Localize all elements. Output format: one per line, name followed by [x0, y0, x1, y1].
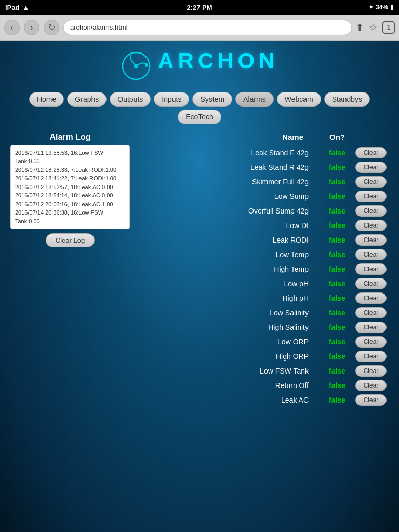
clear-btn-17[interactable]: Clear — [355, 394, 387, 406]
alarm-status-5: false — [319, 221, 355, 230]
clear-btn-13[interactable]: Clear — [355, 336, 387, 348]
alarm-status-14: false — [319, 352, 355, 361]
table-row: High Salinity false Clear — [140, 320, 389, 335]
table-row: Low Sump false Clear — [140, 189, 389, 204]
clear-log-button[interactable]: Clear Log — [46, 233, 95, 247]
alarm-status-9: false — [319, 280, 355, 288]
alarm-name-7: Low Temp — [142, 250, 319, 259]
alarm-status-11: false — [319, 309, 355, 317]
clear-btn-14[interactable]: Clear — [355, 351, 387, 362]
clear-btn-0[interactable]: Clear — [355, 147, 387, 158]
alarm-status-8: false — [319, 265, 355, 273]
table-row: Low FSW Tank false Clear — [140, 364, 389, 378]
clear-btn-7[interactable]: Clear — [355, 249, 387, 260]
alarm-status-12: false — [319, 323, 355, 331]
nav-system[interactable]: System — [192, 92, 232, 107]
alarm-status-15: false — [319, 367, 355, 375]
col-header-name: Name — [142, 132, 319, 141]
share-icon[interactable]: ⬆ — [356, 22, 364, 33]
clear-btn-1[interactable]: Clear — [355, 162, 387, 173]
browser-bar: ‹ › ↻ archon/alarms.html ⬆ ☆ 1 — [0, 15, 399, 41]
alarm-status-1: false — [319, 163, 355, 171]
alarm-name-15: Low FSW Tank — [142, 367, 319, 375]
logo-area: ARCHON — [5, 41, 394, 87]
table-row: High Temp false Clear — [140, 262, 389, 276]
nav-outputs[interactable]: Outputs — [110, 92, 151, 107]
nav-inputs[interactable]: Inputs — [154, 92, 189, 107]
alarm-name-14: High ORP — [142, 352, 319, 361]
col-header-on: On? — [319, 132, 355, 141]
table-row: Leak AC false Clear — [140, 393, 389, 407]
status-bar: iPad ▲ 2:27 PM ✦ 34% ▮ — [0, 0, 399, 15]
alarm-status-4: false — [319, 207, 355, 215]
table-row: Leak Stand F 42g false Clear — [140, 145, 389, 160]
clear-btn-15[interactable]: Clear — [355, 365, 387, 377]
clear-btn-9[interactable]: Clear — [355, 278, 387, 289]
back-button[interactable]: ‹ — [4, 20, 20, 35]
reload-button[interactable]: ↻ — [44, 20, 59, 35]
nav-alarms[interactable]: Alarms — [235, 92, 274, 107]
clear-btn-16[interactable]: Clear — [355, 380, 387, 391]
nav-home[interactable]: Home — [29, 92, 64, 107]
nav-graphs[interactable]: Graphs — [67, 92, 107, 107]
log-entry-0: 2016/07/11 19:58:53, 16:Low FSW Tank:0.0… — [15, 149, 125, 166]
alarm-status-13: false — [319, 338, 355, 346]
nav-webcam[interactable]: Webcam — [277, 92, 321, 107]
svg-point-2 — [145, 63, 148, 66]
log-entry-5: 2016/07/12 20:03:16, 18:Leak AC:1.00 — [15, 200, 125, 209]
clear-btn-4[interactable]: Clear — [355, 205, 387, 217]
alarm-status-0: false — [319, 149, 355, 157]
alarm-name-17: Leak AC — [142, 396, 319, 404]
log-entry-3: 2016/07/12 18:52:57, 18:Leak AC:0.00 — [15, 183, 125, 192]
alarm-log-section: Alarm Log 2016/07/11 19:58:53, 16:Low FS… — [10, 132, 130, 407]
page-content: ARCHON Home Graphs Outputs Inputs System… — [0, 41, 399, 428]
alarm-name-0: Leak Stand F 42g — [142, 149, 319, 157]
alarm-name-5: Low DI — [142, 221, 319, 230]
clear-btn-10[interactable]: Clear — [355, 292, 387, 304]
alarm-name-10: High pH — [142, 294, 319, 302]
table-row: Leak RODI false Clear — [140, 233, 389, 247]
clear-btn-11[interactable]: Clear — [355, 307, 387, 318]
alarm-name-6: Leak RODI — [142, 236, 319, 244]
clear-btn-6[interactable]: Clear — [355, 234, 387, 246]
clear-btn-12[interactable]: Clear — [355, 322, 387, 333]
log-entry-6: 2016/07/14 20:36:38, 16:Low FSW Tank:0.0… — [15, 208, 125, 225]
alarm-name-9: Low pH — [142, 280, 319, 288]
alarm-log-title: Alarm Log — [10, 132, 130, 142]
alarm-status-2: false — [319, 178, 355, 186]
bluetooth-icon: ✦ — [368, 4, 374, 11]
nav-standbys[interactable]: Standbys — [324, 92, 370, 107]
alarm-status-17: false — [319, 396, 355, 404]
bookmark-icon[interactable]: ☆ — [369, 22, 377, 33]
battery-icon: ▮ — [390, 4, 394, 11]
table-row: Return Off false Clear — [140, 378, 389, 393]
forward-button[interactable]: › — [24, 20, 39, 35]
nav-ecotech[interactable]: EcoTech — [178, 110, 221, 124]
alarm-name-12: High Salinity — [142, 323, 319, 331]
clear-btn-5[interactable]: Clear — [355, 220, 387, 231]
nav-row-2: EcoTech — [5, 110, 394, 124]
time-display: 2:27 PM — [187, 4, 212, 11]
alarm-name-8: High Temp — [142, 265, 319, 273]
clear-btn-2[interactable]: Clear — [355, 176, 387, 188]
alarm-log-box: 2016/07/11 19:58:53, 16:Low FSW Tank:0.0… — [10, 145, 130, 230]
table-row: Low DI false Clear — [140, 218, 389, 233]
alarm-status-7: false — [319, 250, 355, 259]
tab-count[interactable]: 1 — [382, 21, 395, 34]
table-row: Low Salinity false Clear — [140, 305, 389, 320]
alarm-name-2: Skimmer Full 42g — [142, 178, 319, 186]
alarm-name-1: Leak Stand R 42g — [142, 163, 319, 171]
alarm-table-header: Name On? — [140, 132, 389, 141]
table-row: High ORP false Clear — [140, 349, 389, 364]
clear-btn-8[interactable]: Clear — [355, 263, 387, 275]
alarm-status-3: false — [319, 192, 355, 201]
alarm-table-section: Name On? Leak Stand F 42g false Clear Le… — [140, 132, 389, 407]
table-row: Leak Stand R 42g false Clear — [140, 160, 389, 175]
alarm-name-4: Overfull Sump 42g — [142, 207, 319, 215]
address-bar[interactable]: archon/alarms.html — [63, 20, 352, 35]
alarm-name-3: Low Sump — [142, 192, 319, 201]
logo-text: ARCHON — [158, 48, 278, 73]
battery-display: 34% — [376, 4, 388, 11]
clear-btn-3[interactable]: Clear — [355, 191, 387, 202]
main-content: Alarm Log 2016/07/11 19:58:53, 16:Low FS… — [5, 132, 394, 407]
